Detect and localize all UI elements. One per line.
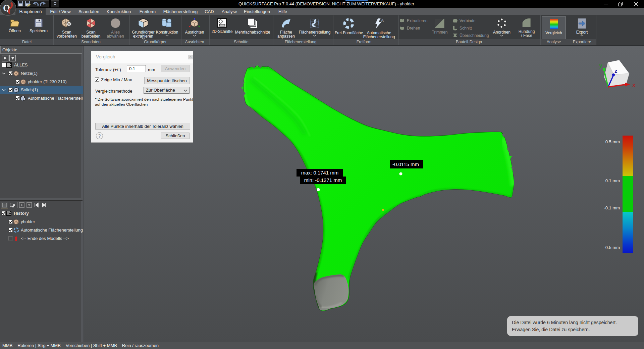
svg-text:z: z — [614, 68, 618, 74]
svg-text:x: x — [632, 82, 636, 88]
svg-text:y: y — [599, 62, 602, 69]
svg-text:A: A — [381, 18, 384, 23]
